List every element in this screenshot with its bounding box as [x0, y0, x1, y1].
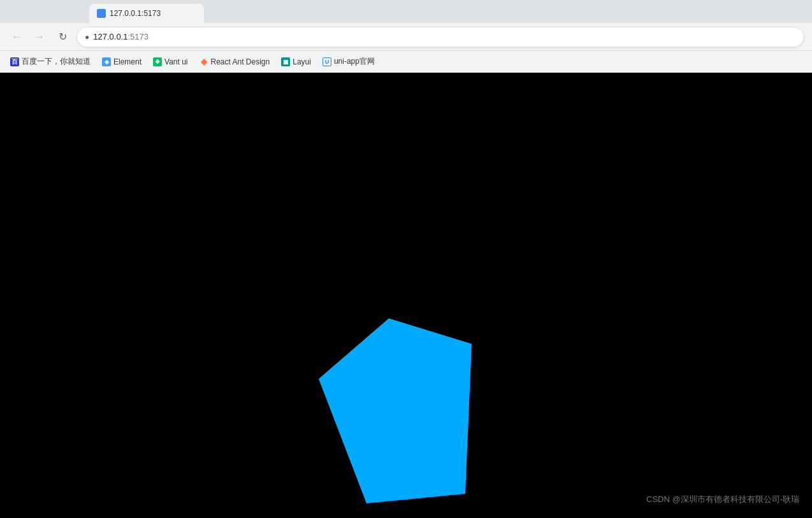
tab-bar: 127.0.0.1:5173: [0, 0, 812, 23]
forward-button[interactable]: →: [31, 28, 48, 46]
bookmark-label-vant: Vant ui: [164, 57, 187, 66]
refresh-icon: ↻: [59, 31, 67, 43]
content-area: CSDN @深圳市有德者科技有限公司-耿瑞: [0, 73, 812, 518]
refresh-button[interactable]: ↻: [54, 28, 71, 46]
watermark: CSDN @深圳市有德者科技有限公司-耿瑞: [646, 494, 799, 505]
bookmarks-bar: 百 百度一下，你就知道 ◈ Element ❖ Vant ui ◈ React …: [0, 51, 812, 73]
bookmark-label-layui: Layui: [293, 57, 311, 66]
bookmark-element[interactable]: ◈ Element: [97, 54, 147, 70]
bookmark-label-react: React Ant Design: [211, 57, 270, 66]
tab-title: 127.0.0.1:5173: [110, 9, 196, 18]
bookmark-baidu[interactable]: 百 百度一下，你就知道: [5, 54, 96, 70]
bookmark-label-element: Element: [113, 57, 141, 66]
bookmark-label-baidu: 百度一下，你就知道: [22, 56, 91, 67]
address-bar-row: ← → ↻ ● 127.0.0.1:5173: [0, 23, 812, 51]
back-button[interactable]: ←: [8, 28, 25, 46]
bookmark-favicon-layui: ▣: [281, 57, 290, 66]
bookmark-favicon-react: ◈: [199, 57, 208, 66]
bookmark-favicon-baidu: 百: [10, 57, 19, 66]
bookmark-favicon-vant: ❖: [153, 57, 162, 66]
bookmark-favicon-element: ◈: [102, 57, 111, 66]
bookmark-layui[interactable]: ▣ Layui: [276, 54, 316, 70]
active-tab[interactable]: 127.0.0.1:5173: [89, 4, 204, 23]
url-text: 127.0.0.1:5173: [93, 32, 149, 41]
bookmark-vant[interactable]: ❖ Vant ui: [148, 54, 192, 70]
browser-window: 127.0.0.1:5173 ← → ↻ ● 127.0.0.1:5173 百 …: [0, 0, 812, 518]
back-icon: ←: [11, 31, 22, 43]
address-bar[interactable]: ● 127.0.0.1:5173: [76, 27, 804, 47]
bookmark-label-uniapp: uni-app官网: [334, 56, 375, 67]
bookmark-favicon-uniapp: U: [323, 57, 331, 66]
forward-icon: →: [34, 31, 45, 43]
blue-shape: [312, 315, 478, 513]
lock-icon: ●: [85, 33, 89, 41]
bookmark-react[interactable]: ◈ React Ant Design: [194, 54, 275, 70]
bookmark-uniapp[interactable]: U uni-app官网: [317, 54, 380, 70]
svg-marker-0: [319, 318, 472, 503]
tab-favicon: [97, 9, 106, 18]
